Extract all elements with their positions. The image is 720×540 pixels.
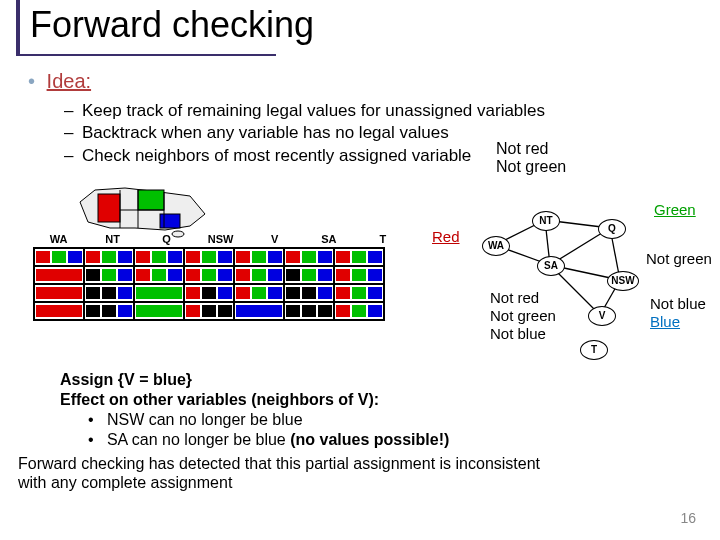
page-number: 16 bbox=[680, 510, 696, 526]
table-row bbox=[35, 285, 383, 303]
col-sa: SA bbox=[303, 233, 354, 245]
col-q: Q bbox=[141, 233, 192, 245]
idea-label: Idea: bbox=[47, 70, 91, 92]
col-wa: WA bbox=[33, 233, 84, 245]
graph-node-nt: NT bbox=[532, 211, 560, 231]
graph-node-q: Q bbox=[598, 219, 626, 239]
annotation-nt-l2: Not green bbox=[496, 158, 566, 176]
svg-rect-2 bbox=[160, 214, 180, 228]
col-nsw: NSW bbox=[195, 233, 246, 245]
domain-table-headers: WA NT Q NSW V SA T bbox=[33, 233, 408, 245]
conclusion-text: Forward checking has detected that this … bbox=[18, 454, 540, 492]
table-row bbox=[35, 303, 383, 319]
label-red: Red bbox=[432, 228, 460, 245]
table-row bbox=[35, 267, 383, 285]
annotation-nt-l1: Not red bbox=[496, 140, 566, 158]
bullet-1: Keep track of remaining legal values for… bbox=[82, 101, 545, 120]
australia-map-icon bbox=[70, 182, 220, 238]
assign-e2a: SA can no longer be blue bbox=[107, 431, 290, 448]
assignment-block: Assign {V = blue} Effect on other variab… bbox=[60, 370, 449, 450]
constraint-graph: NT Q WA SA NSW V T bbox=[470, 210, 670, 374]
svg-rect-1 bbox=[138, 190, 164, 210]
idea-bullets: –Keep track of remaining legal values fo… bbox=[64, 100, 545, 167]
graph-node-nsw: NSW bbox=[607, 271, 639, 291]
assign-e2b: (no values possible!) bbox=[290, 431, 449, 448]
domain-table: WA NT Q NSW V SA T bbox=[33, 233, 408, 321]
graph-node-sa: SA bbox=[537, 256, 565, 276]
graph-node-v: V bbox=[588, 306, 616, 326]
table-row bbox=[35, 249, 383, 267]
bullet-2: Backtrack when any variable has no legal… bbox=[82, 123, 449, 142]
assign-effect: Effect on other variables (neighbors of … bbox=[60, 391, 379, 408]
idea-heading: • Idea: bbox=[28, 70, 91, 93]
col-t: T bbox=[357, 233, 408, 245]
graph-node-t: T bbox=[580, 340, 608, 360]
assign-header: Assign {V = blue} bbox=[60, 371, 192, 388]
slide-title: Forward checking bbox=[30, 4, 314, 46]
graph-node-wa: WA bbox=[482, 236, 510, 256]
col-v: V bbox=[249, 233, 300, 245]
bullet-3: Check neighbors of most recently assigne… bbox=[82, 146, 471, 165]
conclusion-l2: with any complete assignment bbox=[18, 473, 540, 492]
assign-e1: NSW can no longer be blue bbox=[107, 411, 303, 428]
conclusion-l1: Forward checking has detected that this … bbox=[18, 454, 540, 473]
bullet-dot-icon: • bbox=[28, 70, 35, 92]
annotation-nt: Not red Not green bbox=[496, 140, 566, 177]
title-accent-bar bbox=[16, 0, 20, 54]
svg-rect-0 bbox=[98, 194, 120, 222]
col-nt: NT bbox=[87, 233, 138, 245]
title-underline bbox=[16, 54, 276, 56]
